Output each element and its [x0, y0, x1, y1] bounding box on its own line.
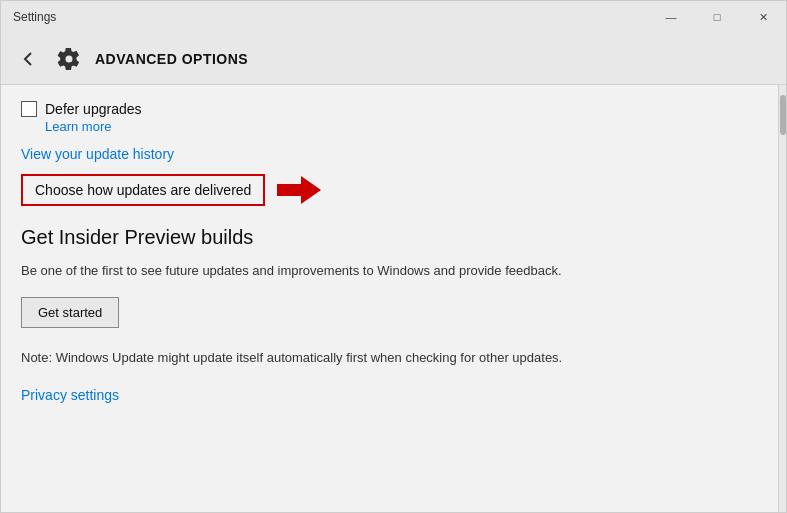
svg-marker-0 — [277, 176, 321, 204]
insider-description: Be one of the first to see future update… — [21, 261, 758, 281]
main-scroll[interactable]: Defer upgrades Learn more View your upda… — [1, 85, 778, 512]
maximize-button[interactable]: □ — [694, 1, 740, 33]
choose-updates-link[interactable]: Choose how updates are delivered — [21, 174, 265, 206]
scrollbar[interactable] — [778, 85, 786, 512]
choose-updates-container: Choose how updates are delivered — [21, 174, 321, 206]
defer-checkbox[interactable] — [21, 101, 37, 117]
minimize-button[interactable]: — — [648, 1, 694, 33]
back-icon — [21, 51, 37, 67]
close-button[interactable]: ✕ — [740, 1, 786, 33]
title-bar-title: Settings — [13, 10, 56, 24]
content: Defer upgrades Learn more View your upda… — [1, 85, 786, 512]
defer-checkbox-row: Defer upgrades — [21, 101, 758, 117]
page-title: ADVANCED OPTIONS — [95, 51, 248, 67]
title-bar-left: Settings — [13, 10, 56, 24]
insider-title: Get Insider Preview builds — [21, 226, 758, 249]
gear-icon — [55, 45, 83, 73]
back-button[interactable] — [15, 45, 43, 73]
header: ADVANCED OPTIONS — [1, 33, 786, 85]
title-bar: Settings — □ ✕ — [1, 1, 786, 33]
privacy-link[interactable]: Privacy settings — [21, 387, 758, 403]
window: Settings — □ ✕ ADVANCED OPTIONS — [0, 0, 787, 513]
learn-more-link[interactable]: Learn more — [45, 119, 758, 134]
defer-label: Defer upgrades — [45, 101, 142, 117]
note-text: Note: Windows Update might update itself… — [21, 348, 758, 368]
title-bar-controls: — □ ✕ — [648, 1, 786, 33]
view-history-link[interactable]: View your update history — [21, 146, 758, 162]
insider-section: Get Insider Preview builds Be one of the… — [21, 226, 758, 328]
get-started-button[interactable]: Get started — [21, 297, 119, 328]
arrow-icon — [277, 174, 321, 206]
defer-section: Defer upgrades Learn more — [21, 101, 758, 134]
scrollbar-thumb[interactable] — [780, 95, 786, 135]
